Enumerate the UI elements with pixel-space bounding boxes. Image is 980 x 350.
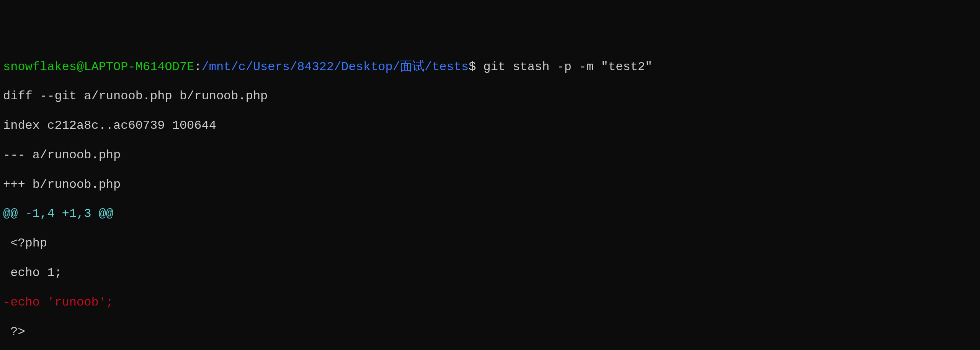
diff-context-line: echo 1;: [3, 266, 977, 280]
diff-removed-line: -echo 'runoob';: [3, 295, 977, 310]
prompt-dollar: $: [469, 60, 483, 74]
prompt-path: /mnt/c/Users/84322/Desktop/面试/tests: [201, 60, 469, 74]
diff-hunk-header: @@ -1,4 +1,3 @@: [3, 207, 977, 221]
command-text: git stash -p -m "test2": [483, 60, 653, 74]
diff-context-line: <?php: [3, 236, 977, 251]
prompt-user-host: snowflakes@LAPTOP-M614OD7E: [3, 60, 194, 74]
prompt-colon: :: [194, 60, 201, 74]
diff-header-line: diff --git a/runoob.php b/runoob.php: [3, 89, 977, 104]
diff-context-line: ?>: [3, 325, 977, 339]
diff-old-file-line: --- a/runoob.php: [3, 148, 977, 163]
terminal-line-prompt-1[interactable]: snowflakes@LAPTOP-M614OD7E:/mnt/c/Users/…: [3, 60, 977, 74]
diff-index-line: index c212a8c..ac60739 100644: [3, 118, 977, 133]
diff-new-file-line: +++ b/runoob.php: [3, 177, 977, 192]
